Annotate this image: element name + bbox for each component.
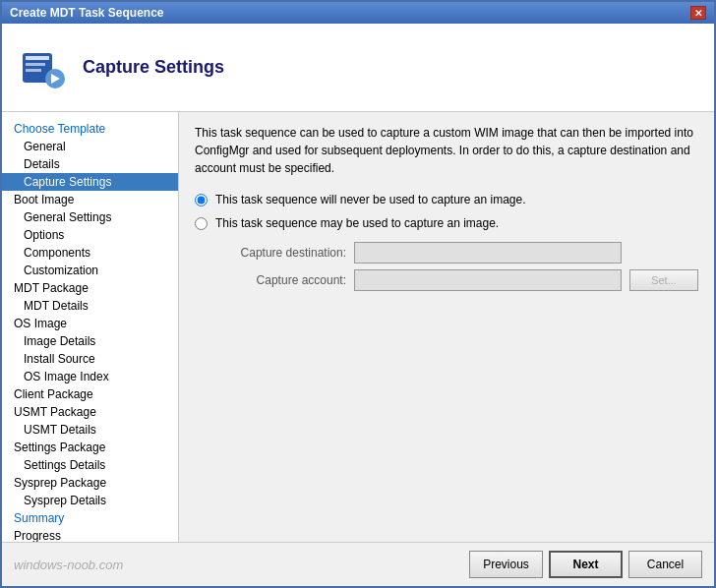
sidebar-item-details[interactable]: Details (2, 155, 178, 173)
account-input[interactable] (354, 269, 622, 291)
sidebar-item-install-source[interactable]: Install Source (2, 350, 178, 368)
footer: windows-noob.com Previous Next Cancel (2, 542, 714, 586)
header-icon (18, 43, 67, 92)
radio-option-2: This task sequence may be used to captur… (195, 216, 698, 230)
sidebar-item-image-details[interactable]: Image Details (2, 332, 178, 350)
set-button[interactable]: Set... (629, 269, 698, 291)
radio-never-capture[interactable] (195, 194, 208, 206)
title-bar: Create MDT Task Sequence ✕ (2, 2, 714, 24)
sidebar-item-choose-template[interactable]: Choose Template (2, 120, 178, 138)
destination-label: Capture destination: (218, 246, 346, 260)
previous-button[interactable]: Previous (469, 551, 543, 578)
radio-never-capture-label: This task sequence will never be used to… (215, 193, 526, 206)
sidebar-item-boot-image[interactable]: Boot Image (2, 191, 178, 208)
sidebar-item-os-image-index[interactable]: OS Image Index (2, 368, 178, 385)
sidebar-item-general[interactable]: General (2, 138, 178, 155)
next-button[interactable]: Next (549, 551, 623, 578)
svg-rect-2 (26, 63, 45, 66)
description-text: This task sequence can be used to captur… (195, 124, 698, 177)
content-area: Choose TemplateGeneralDetailsCapture Set… (2, 112, 714, 542)
header-section: Capture Settings (2, 24, 714, 112)
page-title: Capture Settings (83, 57, 224, 78)
svg-rect-3 (26, 69, 41, 72)
main-window: Create MDT Task Sequence ✕ Capture Setti… (0, 0, 716, 588)
sidebar-item-client-package[interactable]: Client Package (2, 385, 178, 403)
main-panel: This task sequence can be used to captur… (179, 112, 714, 542)
sidebar-item-capture-settings[interactable]: Capture Settings (2, 173, 178, 191)
sidebar-item-sysprep-package[interactable]: Sysprep Package (2, 474, 178, 492)
capture-fields: Capture destination: Capture account: Se… (218, 242, 698, 291)
sidebar-item-components[interactable]: Components (2, 244, 178, 262)
sidebar-item-os-image[interactable]: OS Image (2, 315, 178, 332)
cancel-button[interactable]: Cancel (628, 551, 702, 578)
footer-buttons: Previous Next Cancel (469, 551, 702, 578)
sidebar-item-usmt-details[interactable]: USMT Details (2, 421, 178, 439)
sidebar-item-customization[interactable]: Customization (2, 262, 178, 279)
sidebar-item-settings-details[interactable]: Settings Details (2, 456, 178, 474)
sidebar-item-sysprep-details[interactable]: Sysprep Details (2, 492, 178, 509)
sidebar-item-usmt-package[interactable]: USMT Package (2, 403, 178, 421)
sidebar-item-settings-package[interactable]: Settings Package (2, 439, 178, 456)
svg-rect-1 (26, 56, 49, 60)
account-label: Capture account: (218, 273, 346, 287)
sidebar-item-options[interactable]: Options (2, 226, 178, 244)
radio-may-capture-label: This task sequence may be used to captur… (215, 216, 499, 230)
window-title: Create MDT Task Sequence (10, 6, 164, 20)
watermark: windows-noob.com (14, 558, 123, 572)
close-button[interactable]: ✕ (690, 6, 706, 20)
mdt-icon-svg (18, 43, 67, 92)
sidebar-item-progress[interactable]: Progress (2, 527, 178, 542)
radio-may-capture[interactable] (195, 217, 208, 230)
sidebar-item-mdt-package[interactable]: MDT Package (2, 279, 178, 297)
radio-option-1: This task sequence will never be used to… (195, 193, 698, 206)
destination-input[interactable] (354, 242, 622, 264)
sidebar: Choose TemplateGeneralDetailsCapture Set… (2, 112, 179, 542)
sidebar-item-general-settings[interactable]: General Settings (2, 208, 178, 226)
radio-group: This task sequence will never be used to… (195, 193, 698, 230)
sidebar-item-summary[interactable]: Summary (2, 509, 178, 527)
sidebar-item-mdt-details[interactable]: MDT Details (2, 297, 178, 315)
